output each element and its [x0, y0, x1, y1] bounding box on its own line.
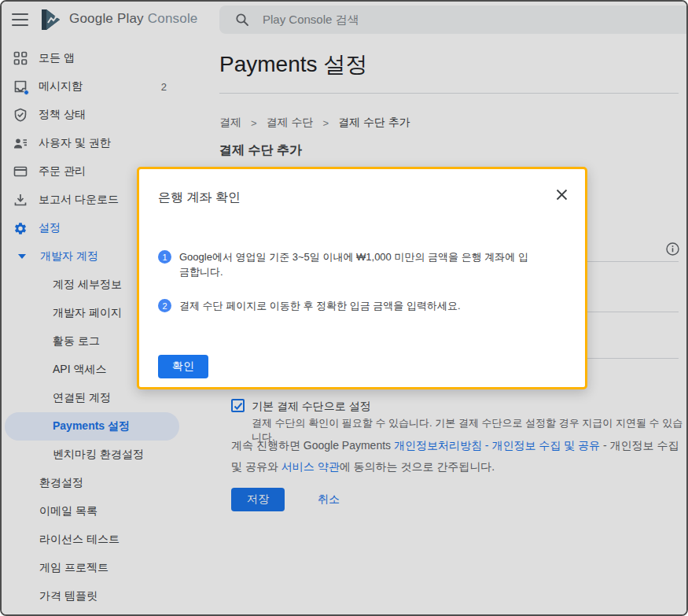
- step-1-badge: 1: [158, 250, 171, 264]
- step-2-badge: 2: [158, 299, 171, 312]
- step-2-text: 결제 수단 페이지로 이동한 후 정확한 입금 금액을 입력하세요.: [179, 298, 461, 313]
- play-console-window: Google Play Console Play Console 검색 모든 앱…: [0, 0, 688, 616]
- bank-account-verification-dialog: 은행 계좌 확인 1 Google에서 영업일 기준 3~5일 이내에 ₩1,0…: [137, 167, 587, 389]
- dialog-step-2: 2 결제 수단 페이지로 이동한 후 정확한 입금 금액을 입력하세요.: [158, 298, 461, 313]
- step-1-text: Google에서 영업일 기준 3~5일 이내에 ₩1,000 미만의 금액을 …: [179, 249, 529, 279]
- dialog-title: 은행 계좌 확인: [158, 190, 241, 206]
- close-icon[interactable]: [554, 186, 569, 202]
- confirm-button[interactable]: 확인: [158, 355, 208, 378]
- dialog-step-1: 1 Google에서 영업일 기준 3~5일 이내에 ₩1,000 미만의 금액…: [158, 249, 529, 279]
